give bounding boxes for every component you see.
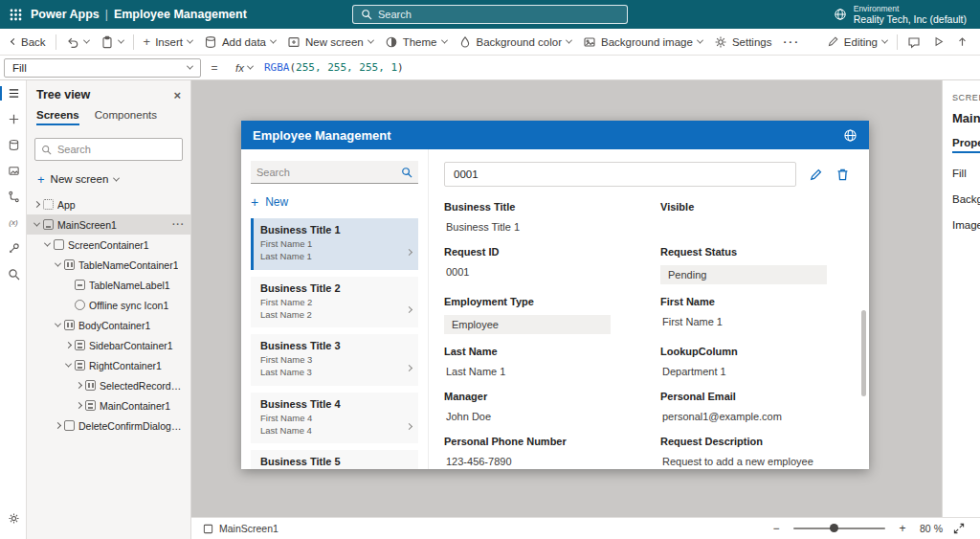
new-screen-menu[interactable]: New screen xyxy=(281,31,379,54)
app-launcher-waffle-icon[interactable] xyxy=(0,0,31,29)
property-row-background-image[interactable]: Background image xyxy=(952,193,980,205)
record-search[interactable] xyxy=(251,161,418,184)
chevron-right-icon[interactable] xyxy=(33,201,40,208)
property-row-fill[interactable]: Fill xyxy=(952,168,980,179)
rail-media-button[interactable] xyxy=(0,158,27,184)
form-field[interactable]: Personal Email personal1@example.com xyxy=(660,391,850,424)
chevron-right-icon[interactable] xyxy=(55,422,61,429)
tree-item-offline-sync-icon1[interactable]: Offline sync Icon1 xyxy=(27,295,190,315)
tree-item-rightcontainer1[interactable]: RightContainer1 xyxy=(27,355,190,375)
publish-button[interactable] xyxy=(950,31,974,54)
tree-item-selectedrecordheadercontainer1[interactable]: SelectedRecordHeaderContainer1 xyxy=(27,375,190,395)
record-list-item[interactable]: Business Title 5 First Name 5 Last Name … xyxy=(251,450,418,469)
record-list-item[interactable]: Business Title 1 First Name 1 Last Name … xyxy=(251,218,418,270)
form-field[interactable]: Last Name Last Name 1 xyxy=(444,346,634,379)
form-field[interactable]: Manager John Doe xyxy=(444,391,634,424)
form-field[interactable]: Business Title Business Title 1 xyxy=(444,201,634,235)
zoom-slider[interactable] xyxy=(793,528,885,529)
zoom-slider-thumb[interactable] xyxy=(830,524,838,532)
tab-screens[interactable]: Screens xyxy=(36,109,79,125)
brand-title[interactable]: Power Apps xyxy=(31,8,100,21)
tree-item-tablenamecontainer1[interactable]: TableNameContainer1 xyxy=(27,255,190,275)
add-data-menu[interactable]: Add data xyxy=(198,31,281,54)
chevron-right-icon[interactable] xyxy=(65,342,72,348)
app-preview-header[interactable]: Employee Management xyxy=(241,121,869,149)
rail-variables-button[interactable]: (x) xyxy=(0,210,27,236)
chevron-right-icon[interactable] xyxy=(76,402,82,409)
global-search[interactable] xyxy=(352,5,628,24)
fit-to-screen-icon[interactable] xyxy=(953,523,965,534)
tree-item-sidebarcontainer1[interactable]: SidebarContainer1 xyxy=(27,335,190,355)
theme-menu[interactable]: Theme xyxy=(379,31,453,54)
comments-button[interactable] xyxy=(902,31,926,54)
rail-insert-button[interactable] xyxy=(0,106,27,132)
tab-components[interactable]: Components xyxy=(95,109,157,124)
back-button[interactable]: Back xyxy=(6,31,52,54)
chevron-down-icon[interactable] xyxy=(55,321,61,327)
fx-toggle[interactable]: fx xyxy=(228,62,260,74)
chevron-right-icon[interactable] xyxy=(76,382,82,389)
background-color-menu[interactable]: Background color xyxy=(453,31,578,54)
record-search-input[interactable] xyxy=(256,167,401,178)
rail-advanced-tools-button[interactable] xyxy=(0,236,27,261)
search-icon[interactable] xyxy=(401,167,412,178)
rail-search-button[interactable] xyxy=(0,261,27,287)
form-field[interactable]: Personal Phone Number 123-456-7890 xyxy=(444,436,634,469)
form-field[interactable]: Employment Type Employee xyxy=(444,296,634,334)
record-list-item[interactable]: Business Title 4 First Name 4 Last Name … xyxy=(251,393,418,444)
rail-tree-view-button[interactable] xyxy=(0,80,27,106)
formula-input[interactable]: RGBA(255, 255, 255, 1) xyxy=(264,61,404,74)
editing-mode-button[interactable]: Editing xyxy=(821,31,893,54)
settings-button[interactable]: Settings xyxy=(708,31,778,54)
tree-search[interactable] xyxy=(34,138,183,161)
app-preview-screen[interactable]: Employee Management xyxy=(241,121,869,469)
design-canvas[interactable]: Employee Management xyxy=(191,80,942,517)
new-record-button[interactable]: + New xyxy=(251,188,418,216)
overflow-button[interactable]: ··· xyxy=(777,31,806,54)
item-overflow-icon[interactable]: ··· xyxy=(172,219,185,230)
undo-button[interactable] xyxy=(60,31,95,54)
tree-item-screencontainer1[interactable]: ScreenContainer1 xyxy=(27,235,190,255)
tree-item-bodycontainer1[interactable]: BodyContainer1 xyxy=(27,315,190,335)
zoom-out-button[interactable]: − xyxy=(769,522,783,535)
zoom-in-button[interactable]: + xyxy=(896,522,909,535)
new-screen-button[interactable]: + New screen xyxy=(27,167,190,191)
insert-menu[interactable]: + Insert xyxy=(138,31,198,54)
chevron-down-icon[interactable] xyxy=(44,240,51,247)
global-search-input[interactable] xyxy=(378,9,619,20)
tree-item-app[interactable]: App xyxy=(27,194,190,214)
rail-data-button[interactable] xyxy=(0,132,27,158)
form-field[interactable]: Visible xyxy=(660,201,850,235)
tab-properties[interactable]: Properties xyxy=(952,137,980,153)
record-id-field[interactable]: 0001 xyxy=(444,162,796,187)
tree-item-maincontainer1[interactable]: MainContainer1 xyxy=(27,395,190,415)
tree-search-input[interactable] xyxy=(57,144,191,155)
record-list-item[interactable]: Business Title 3 First Name 3 Last Name … xyxy=(251,334,418,386)
tree-item-tablenamelabel1[interactable]: TableNameLabel1 xyxy=(27,275,190,295)
record-list-item[interactable]: Business Title 2 First Name 2 Last Name … xyxy=(251,277,418,328)
chevron-down-icon[interactable] xyxy=(33,220,40,227)
globe-icon[interactable] xyxy=(843,128,858,143)
environment-picker[interactable]: Environment Reality Tech, Inc (default) xyxy=(834,4,980,26)
property-row-image-position[interactable]: Image position xyxy=(952,219,980,231)
rail-settings-button[interactable] xyxy=(0,505,27,531)
background-image-menu[interactable]: Background image xyxy=(577,31,708,54)
property-selector[interactable]: Fill xyxy=(4,58,201,78)
current-screen-indicator[interactable]: MainScreen1 xyxy=(203,523,278,534)
preview-app-button[interactable] xyxy=(926,31,950,54)
chevron-down-icon[interactable] xyxy=(65,361,72,368)
zoom-percentage[interactable]: 80 % xyxy=(920,523,943,534)
delete-record-icon[interactable] xyxy=(835,168,850,182)
edit-record-icon[interactable] xyxy=(809,168,823,182)
detail-scrollbar[interactable] xyxy=(861,310,866,396)
paste-button[interactable] xyxy=(95,31,129,54)
form-field[interactable]: LookupColumn Department 1 xyxy=(660,346,850,379)
rail-power-automate-button[interactable] xyxy=(0,184,27,210)
form-field[interactable]: Request Description Request to add a new… xyxy=(660,436,850,469)
tree-item-deleteconfirmdialogcontainer1[interactable]: DeleteConfirmDialogContainer1 xyxy=(27,415,190,436)
form-field[interactable]: Request Status Pending xyxy=(660,246,850,284)
tree-item-mainscreen1[interactable]: MainScreen1 ··· xyxy=(27,214,190,235)
chevron-down-icon[interactable] xyxy=(55,260,61,267)
form-field[interactable]: First Name First Name 1 xyxy=(660,296,850,334)
form-field[interactable]: Request ID 0001 xyxy=(444,246,634,284)
